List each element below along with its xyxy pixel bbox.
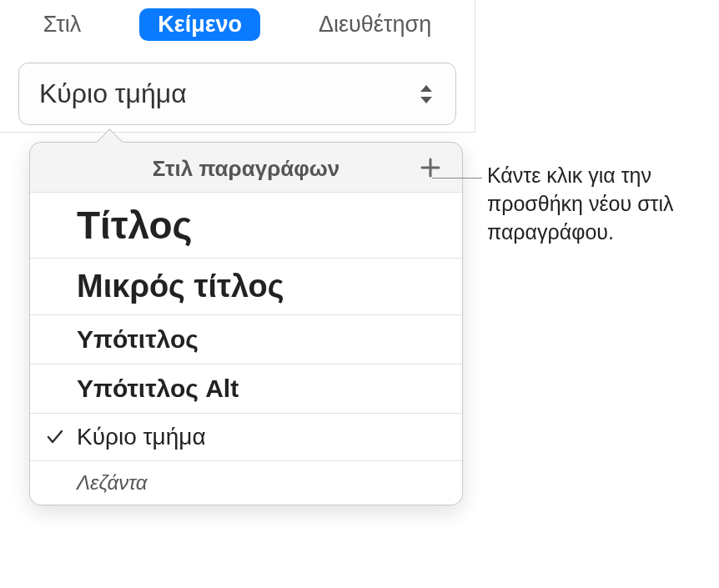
plus-icon	[420, 157, 441, 178]
popover-title: Στιλ παραγράφων	[153, 156, 339, 182]
popover-header: Στιλ παραγράφων	[30, 143, 462, 192]
paragraph-style-current: Κύριο τμήμα	[39, 78, 187, 109]
style-item-label: Υπότιτλος	[77, 325, 199, 353]
style-item-subtitle[interactable]: Υπότιτλος	[30, 314, 462, 364]
chevron-up-down-icon	[417, 82, 435, 107]
style-item-subtitle-alt[interactable]: Υπότιτλος Alt	[30, 364, 462, 413]
checkmark-icon	[45, 427, 65, 447]
style-item-caption[interactable]: Λεζάντα	[30, 460, 462, 505]
paragraph-styles-popover: Στιλ παραγράφων Τίτλος Μικρός τίτλος Υπό…	[29, 142, 463, 505]
style-item-label: Υπότιτλος Alt	[77, 374, 239, 402]
style-item-label: Μικρός τίτλος	[77, 269, 284, 304]
paragraph-styles-list: Τίτλος Μικρός τίτλος Υπότιτλος Υπότιτλος…	[30, 192, 462, 505]
callout-text: Κάντε κλικ για την προσθήκη νέου στιλ πα…	[487, 162, 711, 246]
style-item-title[interactable]: Τίτλος	[30, 192, 462, 258]
paragraph-style-select[interactable]: Κύριο τμήμα	[18, 63, 456, 125]
style-item-body[interactable]: Κύριο τμήμα	[30, 413, 462, 460]
style-item-label: Λεζάντα	[77, 471, 148, 494]
format-tabs: Στιλ Κείμενο Διευθέτηση	[0, 0, 475, 53]
tab-text[interactable]: Κείμενο	[139, 8, 260, 41]
format-panel: Στιλ Κείμενο Διευθέτηση Κύριο τμήμα Στιλ…	[0, 0, 475, 133]
style-item-label: Τίτλος	[77, 204, 192, 247]
callout-leader-line	[432, 178, 482, 178]
tab-arrange[interactable]: Διευθέτηση	[300, 8, 450, 41]
style-item-small-title[interactable]: Μικρός τίτλος	[30, 258, 462, 314]
style-item-label: Κύριο τμήμα	[77, 424, 206, 450]
tab-style[interactable]: Στιλ	[25, 8, 100, 41]
